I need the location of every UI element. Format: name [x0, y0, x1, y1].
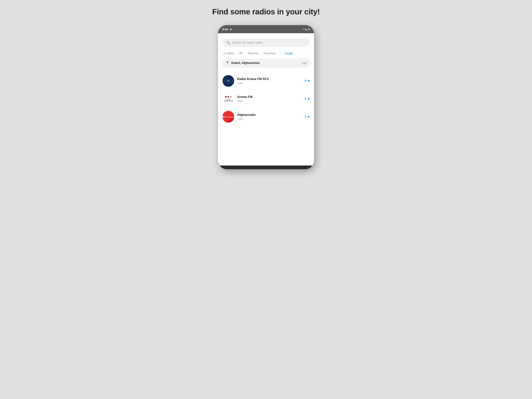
radio-item[interactable]: ارمانARMAN FM Arman FM 128k 1 ♥: [218, 90, 314, 108]
radio-likes[interactable]: 0 ♥: [305, 79, 310, 83]
radio-list: ( atr ) Radio Ariana FM 93.5 128k 0 ♥: [218, 70, 314, 127]
radio-item[interactable]: ( atr ) Radio Ariana FM 93.5 128k 0 ♥: [218, 72, 314, 90]
heart-icon: ♥: [307, 115, 310, 119]
radio-info: Radio Ariana FM 93.5 128k: [237, 77, 302, 85]
radio-likes[interactable]: 1 ♥: [305, 115, 310, 119]
likes-count: 0: [305, 79, 306, 83]
search-placeholder: Search by radio name: [232, 41, 263, 44]
search-icon: 🔍: [226, 41, 230, 45]
ariana-logo-text: atr: [227, 80, 230, 82]
page-title: Find some radios in your city!: [212, 7, 320, 16]
tab-local[interactable]: Local: [282, 51, 295, 56]
battery-icon: ▮: [308, 28, 310, 31]
phone-screen: 🔍 Search by radio name p radios All Rece…: [218, 33, 314, 165]
phone-bottom: [218, 165, 314, 169]
play-icon: ▶: [230, 28, 232, 31]
search-area: 🔍 Search by radio name: [218, 33, 314, 50]
radio-logo-ariana: ( atr ): [222, 75, 234, 87]
status-bar: 8:59 ▶ ▾ ◣ ▮: [218, 25, 314, 33]
arman-logo-text: ارمانARMAN FM: [224, 98, 233, 102]
edit-button[interactable]: Edit: [302, 62, 307, 65]
radio-bitrate: 128k: [237, 117, 302, 120]
arman-dot-red: [225, 96, 227, 98]
signal-left-icon: (: [223, 79, 224, 82]
likes-count: 1: [305, 115, 306, 119]
radio-logo-afghan: ar AFGHANRADIO: [222, 111, 234, 123]
status-time: 8:59: [222, 28, 228, 31]
location-area: 📍 Kabul, Afghanistan Edit: [218, 58, 314, 70]
radio-item[interactable]: ar AFGHANRADIO Afghanradio 128k 1 ♥: [218, 108, 314, 126]
wifi-icon: ▾: [303, 28, 304, 31]
status-left: 8:59 ▶: [222, 28, 232, 31]
tab-recents[interactable]: Recents: [245, 51, 261, 56]
location-name: Kabul, Afghanistan: [231, 61, 300, 65]
radio-likes[interactable]: 1 ♥: [305, 97, 310, 101]
radio-logo-arman: ارمانARMAN FM: [222, 93, 234, 105]
location-bar[interactable]: 📍 Kabul, Afghanistan Edit: [222, 58, 310, 68]
filter-tabs: p radios All Recents Favorites → Local: [218, 50, 314, 58]
afghan-logo-subtext: AFGHANRADIO: [225, 116, 234, 118]
radio-name: Afghanradio: [237, 113, 302, 117]
radio-info: Afghanradio 128k: [237, 113, 302, 120]
arman-dot-blue: [227, 96, 229, 98]
status-right: ▾ ◣ ▮: [303, 28, 310, 31]
arman-dots: [225, 96, 232, 98]
arman-dot-orange: [230, 96, 232, 98]
arrow-icon: →: [278, 52, 281, 55]
afghan-logo-text: ar: [222, 115, 225, 118]
search-bar[interactable]: 🔍 Search by radio name: [222, 38, 310, 47]
location-icon: 📍: [225, 61, 229, 65]
tab-favorites[interactable]: Favorites: [261, 51, 278, 56]
phone-frame: 8:59 ▶ ▾ ◣ ▮ 🔍 Search by radio name p ra…: [218, 25, 314, 169]
radio-name: Arman FM: [237, 95, 302, 99]
likes-count: 1: [305, 97, 306, 101]
heart-icon: ♥: [307, 79, 310, 83]
tab-all[interactable]: All: [237, 51, 245, 56]
signal-icon: ◣: [305, 28, 307, 31]
heart-icon: ♥: [307, 97, 310, 101]
radio-name: Radio Ariana FM 93.5: [237, 77, 302, 81]
radio-info: Arman FM 128k: [237, 95, 302, 102]
signal-right-icon: ): [232, 79, 233, 82]
tab-top-radios[interactable]: p radios: [221, 51, 237, 56]
radio-bitrate: 128k: [237, 100, 302, 102]
radio-bitrate: 128k: [237, 82, 302, 85]
